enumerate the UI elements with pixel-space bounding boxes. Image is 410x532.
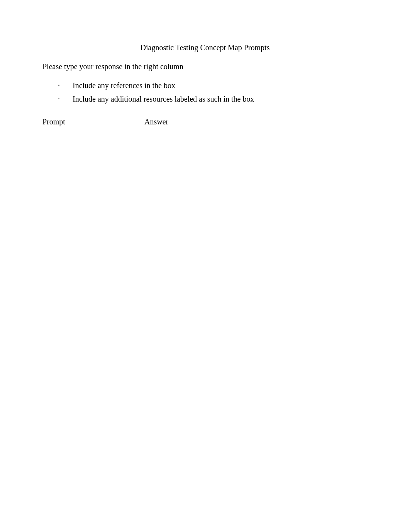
column-header-answer: Answer	[144, 117, 168, 126]
list-item-text: Include any references in the box	[73, 81, 175, 90]
list-item-text: Include any additional resources labeled…	[73, 95, 254, 104]
list-item: · Include any additional resources label…	[57, 95, 368, 104]
bullet-icon: ·	[57, 95, 73, 104]
table-header-row: Prompt Answer	[42, 114, 368, 126]
instruction-text: Please type your response in the right c…	[42, 62, 368, 71]
bullet-icon: ·	[57, 81, 73, 90]
list-item: · Include any references in the box	[57, 81, 368, 90]
bullet-list: · Include any references in the box · In…	[42, 81, 368, 104]
document-title: Diagnostic Testing Concept Map Prompts	[42, 43, 368, 52]
column-header-prompt: Prompt	[42, 117, 144, 126]
